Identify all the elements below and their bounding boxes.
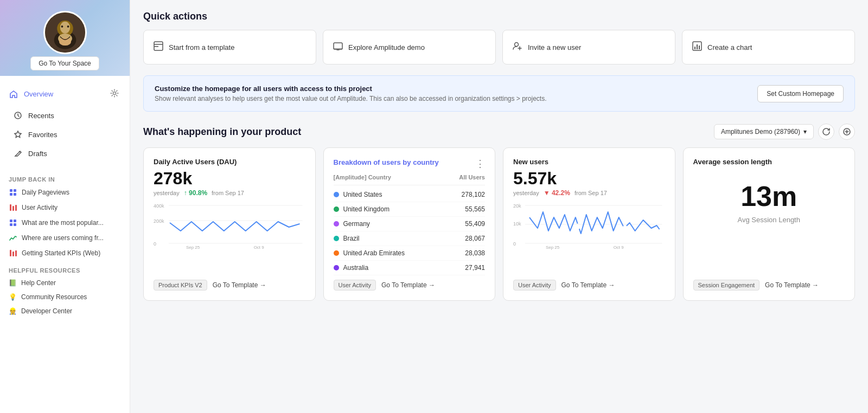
new-users-stat: 5.57k (513, 169, 665, 188)
jump-item-user-activity[interactable]: User Activity (0, 200, 130, 215)
avg-session-badge: Session Engagement (693, 280, 760, 291)
table-row: United Kingdom 55,565 (334, 202, 486, 217)
recents-icon (13, 111, 23, 120)
svg-point-28 (515, 43, 519, 47)
chevron-down-icon: ▾ (803, 128, 807, 135)
add-button[interactable] (839, 124, 855, 140)
grid-icon-2 (9, 249, 17, 257)
product-section-header: What's happening in your product Amplitu… (143, 124, 855, 140)
svg-point-4 (61, 25, 63, 28)
country-title[interactable]: Breakdown of users by country (334, 158, 439, 166)
custom-homepage-banner: Customize the homepage for all users wit… (143, 75, 855, 112)
svg-point-7 (59, 37, 71, 46)
jump-item-where-users[interactable]: Where are users coming fr... (0, 230, 130, 246)
svg-text:0: 0 (513, 241, 516, 247)
country-card: Breakdown of users by country ⋮ [Amplitu… (323, 147, 496, 301)
banner-description: Show relevant analyses to help users get… (155, 95, 547, 102)
dau-title: Daily Active Users (DAU) (154, 158, 305, 166)
svg-rect-25 (154, 44, 163, 45)
avg-session-goto-link[interactable]: Go To Template → (765, 281, 819, 289)
help-center-link[interactable]: 📗 Help Center (0, 276, 130, 290)
action-template[interactable]: Start from a template (143, 30, 316, 64)
go-to-space-button[interactable]: Go To Your Space (30, 56, 99, 70)
svg-text:200k: 200k (154, 218, 164, 224)
table-icon-1 (9, 188, 17, 197)
country-menu-dots[interactable]: ⋮ (475, 158, 485, 170)
project-dropdown[interactable]: Amplitunes Demo (287960) ▾ (714, 124, 814, 139)
dau-badge: Product KPIs V2 (154, 280, 207, 291)
svg-text:Oct 9: Oct 9 (254, 245, 265, 250)
svg-rect-10 (10, 189, 12, 192)
banner-title: Customize the homepage for all users wit… (155, 85, 547, 93)
country-table-body: United States 278,102 United Kingdom 55,… (334, 188, 486, 275)
sidebar-item-overview[interactable]: Overview (9, 89, 53, 99)
developer-center-link[interactable]: 👷 Developer Center (0, 304, 130, 318)
sidebar-item-drafts[interactable]: Drafts (4, 144, 125, 163)
svg-rect-18 (14, 220, 16, 222)
action-create-chart[interactable]: Create a chart (682, 30, 855, 64)
svg-text:400k: 400k (154, 203, 164, 209)
jump-item-kpis[interactable]: Getting Started KPIs (Web) (0, 246, 130, 261)
svg-point-8 (113, 92, 116, 95)
jump-item-popular[interactable]: What are the most popular... (0, 215, 130, 230)
country-footer: User Activity Go To Template → (334, 280, 486, 291)
new-users-title: New users (513, 158, 665, 166)
new-users-card: New users 5.57k yesterday ▼ 42.2% from S… (503, 147, 675, 301)
dau-card: Daily Active Users (DAU) 278k yesterday … (143, 147, 316, 301)
svg-rect-14 (10, 204, 11, 211)
product-cards-grid: Daily Active Users (DAU) 278k yesterday … (143, 147, 855, 301)
dau-change-label: from Sep 17 (212, 190, 244, 196)
avg-session-label: Avg Session Length (693, 216, 845, 224)
template-icon (154, 41, 163, 53)
new-users-label: yesterday (513, 190, 539, 196)
svg-point-5 (67, 25, 69, 28)
svg-rect-30 (694, 47, 695, 49)
quick-actions-grid: Start from a template Explore Amplitude … (143, 30, 855, 64)
dau-change: ↑ 90.8% (184, 189, 207, 197)
avg-session-footer: Session Engagement Go To Template → (693, 280, 845, 291)
community-emoji: 💡 (9, 293, 17, 301)
country-table-header: [Amplitude] Country All Users (334, 170, 486, 185)
new-users-change-label: from Sep 17 (575, 190, 607, 196)
trend-icon (9, 234, 17, 242)
action-invite-user[interactable]: Invite a new user (502, 30, 675, 64)
new-users-chart: 20k 10k 0 Sep 25 Oct 9 (513, 201, 665, 274)
svg-rect-20 (14, 223, 16, 226)
new-users-meta: yesterday ▼ 42.2% from Sep 17 (513, 189, 665, 197)
developer-emoji: 👷 (9, 307, 17, 315)
table-row: United Arab Emirates 28,038 (334, 246, 486, 261)
avg-session-title: Average session length (693, 158, 845, 166)
banner-text: Customize the homepage for all users wit… (155, 85, 547, 102)
jump-item-daily-pageviews[interactable]: Daily Pageviews (0, 185, 130, 200)
settings-gear-button[interactable] (108, 87, 121, 101)
product-section-title: What's happening in your product (143, 126, 301, 138)
dau-chart: 400k 200k 0 Sep 25 Oct 9 (154, 201, 305, 274)
svg-rect-11 (14, 189, 16, 192)
country-goto-link[interactable]: Go To Template → (381, 281, 435, 289)
sidebar-item-recents[interactable]: Recents (4, 106, 125, 125)
sidebar-profile-banner: Go To Your Space (0, 0, 130, 76)
dau-meta: yesterday ↑ 90.8% from Sep 17 (154, 189, 305, 197)
set-custom-homepage-button[interactable]: Set Custom Homepage (757, 85, 844, 102)
country-title-row: Breakdown of users by country ⋮ (334, 158, 486, 170)
svg-rect-13 (14, 193, 16, 196)
community-resources-link[interactable]: 💡 Community Resources (0, 290, 130, 304)
avatar (43, 11, 87, 54)
overview-nav-row: Overview (0, 82, 130, 106)
svg-rect-27 (334, 43, 342, 49)
svg-text:Oct 9: Oct 9 (614, 245, 624, 250)
svg-point-3 (60, 22, 70, 34)
refresh-button[interactable] (818, 124, 834, 140)
svg-rect-17 (10, 220, 12, 222)
sidebar-item-favorites[interactable]: Favorites (4, 125, 125, 144)
user-plus-icon (513, 41, 522, 53)
sidebar: Go To Your Space Overview (0, 0, 130, 413)
action-demo[interactable]: Explore Amplitude demo (323, 30, 496, 64)
new-users-goto-link[interactable]: Go To Template → (561, 281, 615, 289)
dau-stat: 278k (154, 169, 305, 188)
dau-goto-link[interactable]: Go To Template → (213, 281, 266, 289)
svg-rect-21 (10, 250, 11, 256)
table-icon-2 (9, 218, 17, 227)
table-row: Brazil 28,067 (334, 231, 486, 246)
avg-session-card: Average session length 13m Avg Session L… (683, 147, 856, 301)
